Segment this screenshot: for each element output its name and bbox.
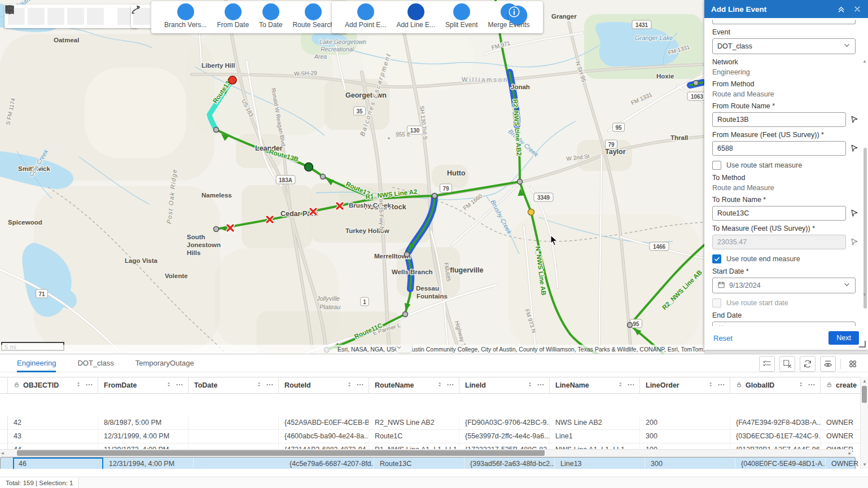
scroll-down-arrow[interactable]: ▼ — [861, 462, 868, 467]
table-cell[interactable]: {393ad56f-2a63-48fd-bc2... — [464, 458, 555, 469]
tab-temporaryoutage[interactable]: TemporaryOutage — [135, 354, 194, 372]
from-route-name-input[interactable]: Route13B — [712, 112, 846, 127]
from-measure-input[interactable]: 6588 — [712, 141, 846, 156]
sort-icon[interactable] — [165, 381, 173, 390]
table-cell[interactable]: Route1C — [369, 430, 459, 443]
column-menu-icon[interactable] — [356, 381, 364, 390]
column-header-GlobalID[interactable]: GlobalID — [730, 377, 821, 393]
table-cell[interactable]: OWNER — [821, 430, 860, 443]
table-row[interactable]: 4312/31/1999, 4:00 PM{4600abc5-ba90-4e24… — [0, 430, 860, 443]
select-tool-dropdown-caret[interactable] — [107, 8, 115, 25]
to-date-button[interactable]: To Date — [259, 3, 282, 29]
checklist-table-button[interactable] — [759, 356, 775, 372]
to-route-name-input[interactable]: Route13C — [712, 206, 846, 221]
use-route-start-measure-checkbox[interactable] — [712, 161, 721, 170]
start-date-input[interactable]: 9/13/2024 — [712, 278, 856, 293]
route-search-button[interactable]: Route Search — [292, 3, 334, 29]
branch-vers-button[interactable]: Branch Vers... — [164, 3, 207, 29]
table-cell[interactable]: Line1 — [550, 430, 640, 443]
table-cell[interactable] — [188, 416, 279, 429]
table-cell[interactable]: {4600abc5-ba90-4e24-8a... — [279, 430, 369, 443]
column-menu-icon[interactable] — [85, 381, 93, 390]
panel-resize-handle[interactable] — [859, 341, 866, 348]
sort-icon[interactable] — [707, 381, 714, 390]
pick-from-route-on-map-icon[interactable] — [850, 115, 860, 124]
column-header-RouteId[interactable]: RouteId — [279, 377, 369, 393]
table-cell[interactable]: {FA47E394-92F8-4D3B-A... — [730, 416, 821, 429]
layers-tool-button[interactable] — [28, 8, 45, 25]
select-tool-button[interactable] — [87, 8, 104, 25]
table-cell[interactable]: 12/31/1994, 4:00 PM — [103, 458, 194, 469]
panel-scrollbar[interactable] — [863, 148, 867, 309]
column-menu-icon[interactable] — [627, 381, 635, 390]
end-date-input[interactable]: MM/DD/YYYY — [712, 322, 856, 326]
column-header-RouteName[interactable]: RouteName — [369, 377, 459, 393]
attribution-collapse-tab[interactable] — [396, 345, 413, 353]
scroll-up-arrow[interactable]: ▲ — [861, 379, 868, 384]
sort-icon[interactable] — [797, 381, 805, 390]
reset-link[interactable]: Reset — [713, 334, 828, 342]
sort-icon[interactable] — [256, 381, 263, 390]
collapse-icon[interactable] — [837, 5, 845, 14]
table-cell[interactable]: OWNER — [826, 458, 860, 469]
sort-icon[interactable] — [527, 381, 534, 390]
panel-scroll-up-arrow[interactable]: ▲ — [862, 59, 867, 64]
table-cell[interactable]: 42 — [8, 416, 98, 429]
next-button[interactable]: Next — [828, 331, 859, 345]
sort-icon[interactable] — [346, 381, 353, 390]
measure-tool-button[interactable] — [67, 8, 84, 25]
table-cell[interactable]: {55e3997d-2ffc-4e4c-9a6... — [459, 430, 550, 443]
table-cell[interactable]: 43 — [8, 430, 98, 443]
from-date-button[interactable]: From Date — [217, 3, 249, 29]
tab-engineering[interactable]: Engineering — [17, 354, 56, 372]
horizontal-scroll-thumb[interactable] — [17, 450, 545, 456]
pick-from-measure-on-map-icon[interactable] — [850, 144, 860, 153]
table-cell[interactable]: 200 — [640, 416, 730, 429]
scroll-left-arrow[interactable]: ◂ — [1, 450, 4, 456]
vertical-scroll-thumb[interactable] — [862, 386, 867, 403]
table-cell[interactable]: 300 — [645, 458, 735, 469]
column-header-LineOrder[interactable]: LineOrder — [640, 377, 730, 393]
table-cell[interactable] — [188, 430, 279, 443]
column-header-create[interactable]: create — [821, 377, 860, 393]
table-cell[interactable]: NWS Line AB2 — [550, 416, 640, 429]
sort-icon[interactable] — [436, 381, 444, 390]
add-point-e-button[interactable]: Add Point E... — [345, 3, 386, 29]
column-menu-icon[interactable] — [537, 381, 545, 390]
column-menu-icon[interactable] — [717, 381, 725, 390]
table-row[interactable]: 428/8/1987, 5:00 PM{452A9ABD-E0EF-4CEB-B… — [0, 416, 860, 430]
table-row[interactable]: 4612/31/1994, 4:00 PM{4c5e79a6-6687-4207… — [0, 457, 856, 469]
column-header-OBJECTID[interactable]: OBJECTID — [8, 377, 98, 393]
panel-scroll-down-arrow[interactable]: ▼ — [862, 293, 867, 297]
vertical-scrollbar[interactable]: ▲ ▼ — [860, 377, 868, 469]
table-cell[interactable]: Route13C — [374, 458, 464, 469]
column-header-LineName[interactable]: LineName — [550, 377, 640, 393]
column-menu-icon[interactable] — [446, 381, 454, 390]
table-cell[interactable]: 300 — [640, 430, 730, 443]
column-menu-icon[interactable] — [808, 381, 816, 390]
table-cell[interactable]: {FD90A03C-9706-42BC-9... — [459, 416, 550, 429]
horizontal-scrollbar[interactable]: ◂ ▸ — [0, 449, 852, 456]
table-cell[interactable]: {03D6EC3D-61E7-424C-9... — [730, 430, 821, 443]
column-menu-icon[interactable] — [176, 381, 183, 390]
info-button[interactable] — [508, 6, 527, 25]
add-line-e-button[interactable]: Add Line E... — [396, 3, 435, 29]
map[interactable]: 143110633513079799595183A33491466711Sout… — [0, 0, 704, 354]
use-route-end-measure-checkbox[interactable] — [712, 254, 721, 263]
table-cell[interactable]: {0408E0FC-5E49-48D1-A... — [735, 458, 826, 469]
table-cell[interactable]: OWNER — [821, 416, 860, 429]
eye-table-button[interactable] — [820, 356, 836, 372]
column-header-LineId[interactable]: LineId — [459, 377, 550, 393]
clearsel-table-button[interactable] — [779, 356, 795, 372]
sort-icon[interactable] — [75, 381, 82, 390]
table-cell[interactable]: R2_NWS Line AB2 — [369, 416, 459, 429]
pick-to-route-on-map-icon[interactable] — [850, 209, 860, 218]
table-cell[interactable]: 8/8/1987, 5:00 PM — [98, 416, 188, 429]
refresh-table-button[interactable] — [800, 356, 816, 372]
column-header-ToDate[interactable]: ToDate — [188, 377, 279, 393]
apps-table-button[interactable] — [845, 357, 860, 371]
table-cell[interactable]: 46 — [13, 458, 103, 469]
close-icon[interactable] — [853, 5, 861, 13]
table-cell[interactable]: 12/31/1999, 4:00 PM — [98, 430, 188, 443]
event-select[interactable]: DOT_class — [712, 38, 856, 54]
